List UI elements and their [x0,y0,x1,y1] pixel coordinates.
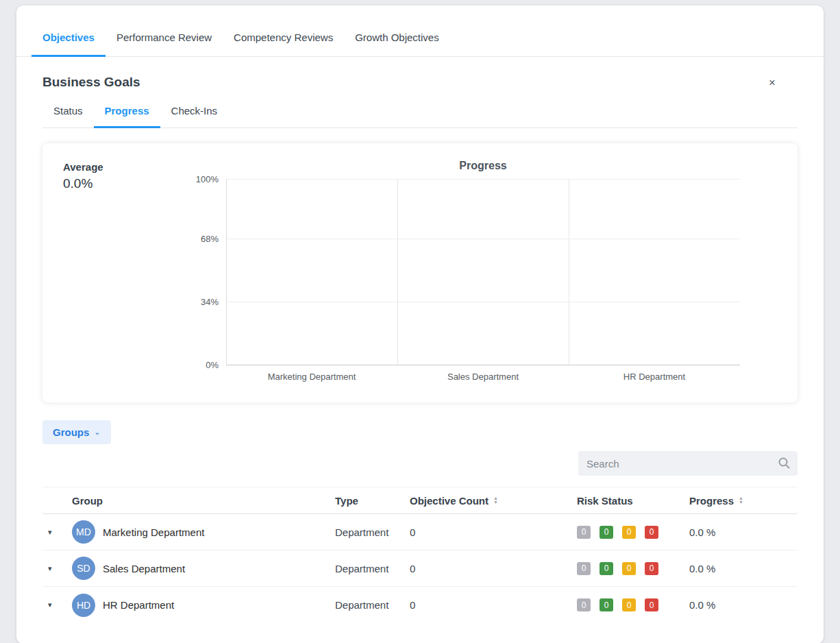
close-icon[interactable]: × [769,77,776,88]
table-row: ▾ HD HR Department Department 0 0 0 0 0 … [42,587,798,623]
progress-value: 0.0 % [689,599,798,611]
chart-column-sales [398,179,569,365]
risk-badge-green: 0 [600,598,613,611]
risk-status-badges: 0 0 0 0 [577,598,689,611]
tab-status[interactable]: Status [42,98,94,128]
objective-count: 0 [410,526,577,538]
column-header-type: Type [335,495,410,507]
expand-row-icon[interactable]: ▾ [42,525,58,539]
expand-row-icon[interactable]: ▾ [42,598,58,612]
risk-badge-red: 0 [645,526,658,539]
ytick-100: 100% [196,174,219,184]
risk-status-badges: 0 0 0 0 [577,562,689,575]
main-panel: Objectives Performance Review Competency… [16,5,824,643]
chevron-down-icon: ⌄ [94,428,100,437]
table-row: ▾ SD Sales Department Department 0 0 0 0… [42,550,798,587]
chart-plot: 100% 68% 34% 0% [226,179,740,365]
chart-column-marketing [227,179,398,365]
risk-status-badges: 0 0 0 0 [577,526,689,539]
objective-count: 0 [410,563,577,574]
risk-badge-yellow: 0 [622,562,636,575]
groups-row: Groups ⌄ [42,420,798,444]
avatar: HD [72,594,95,617]
column-header-group: Group [72,495,335,507]
chart-x-labels: Marketing Department Sales Department HR… [226,372,740,382]
column-header-objective-count: Objective Count ▲▼ [410,495,577,507]
page-title: Business Goals [42,75,140,90]
sub-tab-bar: Status Progress Check-Ins [42,98,798,128]
objective-count: 0 [410,599,577,611]
progress-value: 0.0 % [689,563,798,574]
average-label: Average [63,161,103,173]
risk-badge-green: 0 [600,526,613,539]
chart-title: Progress [226,160,740,172]
tab-growth-objectives[interactable]: Growth Objectives [344,22,450,56]
risk-badge-yellow: 0 [622,526,636,539]
x-label-marketing: Marketing Department [226,372,397,382]
group-type: Department [335,599,410,611]
table-row: ▾ MD Marketing Department Department 0 0… [42,514,798,550]
sort-icon[interactable]: ▲▼ [493,496,498,505]
search-box [578,451,798,476]
avatar: SD [72,557,95,580]
group-name: HR Department [103,599,174,611]
column-header-progress: Progress ▲▼ [689,495,798,507]
group-type: Department [335,563,410,574]
x-label-sales: Sales Department [397,372,569,382]
column-header-risk-status: Risk Status [577,495,689,507]
gridline [227,179,740,180]
average-block: Average 0.0% [63,161,103,191]
risk-badge-green: 0 [600,562,613,575]
chart-area: Progress 100% 68% 34% 0% Marketing Depar… [226,160,740,382]
search-row [42,451,798,476]
expand-row-icon[interactable]: ▾ [42,561,58,576]
search-icon[interactable] [778,457,791,472]
x-label-hr: HR Department [569,372,740,382]
tab-progress[interactable]: Progress [94,98,160,128]
ytick-0: 0% [206,360,219,370]
ytick-68: 68% [201,233,219,243]
risk-badge-gray: 0 [577,526,591,539]
risk-badge-yellow: 0 [622,598,636,611]
group-name: Marketing Department [103,526,204,538]
ytick-34: 34% [201,296,219,306]
top-tab-bar: Objectives Performance Review Competency… [16,5,824,57]
progress-chart-card: Average 0.0% Progress 100% 68% 34% 0% [42,143,798,402]
panel-header: Business Goals × [42,75,798,90]
risk-badge-gray: 0 [577,598,591,611]
sort-icon[interactable]: ▲▼ [739,496,743,505]
risk-badge-red: 0 [645,598,658,611]
groups-dropdown-button[interactable]: Groups ⌄ [42,420,111,444]
chart-column-hr [569,179,740,365]
risk-badge-gray: 0 [577,562,591,575]
gridline [227,302,740,302]
tab-check-ins[interactable]: Check-Ins [160,98,229,128]
groups-table: Group Type Objective Count ▲▼ Risk Statu… [42,487,798,623]
avatar: MD [72,520,95,544]
average-value: 0.0% [63,176,103,191]
tab-performance-review[interactable]: Performance Review [106,22,223,56]
group-name: Sales Department [103,563,185,574]
risk-badge-red: 0 [645,562,658,575]
search-input[interactable] [578,451,798,476]
gridline [227,239,740,239]
group-type: Department [335,526,410,538]
table-header-row: Group Type Objective Count ▲▼ Risk Statu… [42,487,798,514]
tab-objectives[interactable]: Objectives [32,22,106,57]
groups-dropdown-label: Groups [53,426,89,438]
progress-value: 0.0 % [689,526,798,538]
tab-competency-reviews[interactable]: Competency Reviews [223,22,344,56]
